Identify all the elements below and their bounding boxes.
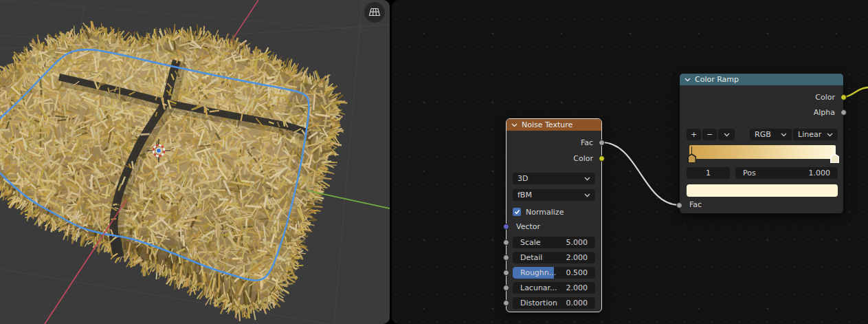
socket-vector-input[interactable] xyxy=(503,224,509,230)
lacunarity-label: Lacunar... xyxy=(520,283,557,292)
output-fac-label: Fac xyxy=(507,138,601,149)
color-ramp-gradient[interactable] xyxy=(689,145,836,159)
socket-alpha-output[interactable] xyxy=(841,109,847,116)
remove-stop-button[interactable]: − xyxy=(702,129,717,140)
output-color-label: Color xyxy=(507,153,601,164)
viewport-gizmo-button[interactable] xyxy=(364,2,385,23)
chevron-down-icon xyxy=(724,133,730,137)
pos-value: 1.000 xyxy=(809,169,831,177)
scale-field[interactable]: Scale 5.000 xyxy=(513,237,595,248)
checkmark-icon xyxy=(514,209,520,215)
add-stop-button[interactable]: + xyxy=(687,129,701,140)
input-fac-label: Fac xyxy=(680,199,843,210)
socket-color-output[interactable] xyxy=(841,94,847,100)
scale-label: Scale xyxy=(520,238,541,247)
shader-node-editor[interactable]: Noise Texture Fac Color 3D fBM Normalize… xyxy=(392,0,868,324)
socket-lacunarity-input[interactable] xyxy=(503,285,509,291)
node-header-ramp[interactable]: Color Ramp xyxy=(680,74,843,85)
socket-roughness-input[interactable] xyxy=(503,270,509,276)
collapse-chevron-icon[interactable] xyxy=(511,123,518,127)
color-mode-dropdown[interactable]: RGB xyxy=(750,129,792,140)
detail-value: 2.000 xyxy=(566,253,588,262)
scale-value: 5.000 xyxy=(566,238,588,247)
stop-position-field[interactable]: Pos 1.000 xyxy=(735,167,838,179)
socket-distortion-input[interactable] xyxy=(503,300,509,306)
roughness-slider[interactable]: Roughn... 0.500 xyxy=(513,267,595,279)
input-vector-label: Vector xyxy=(507,222,601,233)
detail-field[interactable]: Detail 2.000 xyxy=(513,252,595,263)
pos-label: Pos xyxy=(743,169,756,177)
active-stop-index-field[interactable]: 1 xyxy=(687,167,730,179)
dimensions-dropdown[interactable]: 3D xyxy=(513,173,595,184)
lacunarity-field[interactable]: Lacunar... 2.000 xyxy=(513,282,595,294)
gradient-stop-0[interactable] xyxy=(687,147,696,164)
output-alpha-label: Alpha xyxy=(680,107,843,118)
lacunarity-value: 2.000 xyxy=(566,283,588,292)
node-title: Color Ramp xyxy=(695,75,739,84)
stop-color-swatch[interactable] xyxy=(687,184,838,197)
dimensions-value: 3D xyxy=(518,174,528,183)
output-color-label: Color xyxy=(680,92,843,103)
distortion-value: 0.000 xyxy=(566,299,588,307)
chevron-down-icon xyxy=(584,193,590,197)
blender-window: Noise Texture Fac Color 3D fBM Normalize… xyxy=(0,0,868,324)
socket-color-output[interactable] xyxy=(599,155,605,162)
wire-ramp-color-out xyxy=(844,87,868,97)
node-noise-texture[interactable]: Noise Texture Fac Color 3D fBM Normalize… xyxy=(506,118,602,312)
interpolation-value: Linear xyxy=(798,130,821,139)
noise-type-value: fBM xyxy=(518,191,532,199)
distortion-label: Distortion xyxy=(520,299,557,307)
node-title: Noise Texture xyxy=(522,120,572,129)
viewport-canvas xyxy=(0,0,390,324)
checkbox-checked[interactable] xyxy=(513,208,521,216)
chevron-down-icon xyxy=(584,177,590,181)
ramp-options-button[interactable] xyxy=(718,129,735,140)
collapse-chevron-icon[interactable] xyxy=(685,78,691,82)
socket-fac-input[interactable] xyxy=(676,202,682,208)
normalize-checkbox-row[interactable]: Normalize xyxy=(513,207,595,217)
interpolation-dropdown[interactable]: Linear xyxy=(793,129,838,140)
grid-plane-icon xyxy=(367,5,382,20)
roughness-value: 0.500 xyxy=(566,268,588,277)
distortion-field[interactable]: Distortion 0.000 xyxy=(513,297,595,309)
roughness-label: Roughn... xyxy=(520,268,556,277)
node-color-ramp[interactable]: Color Ramp Color Alpha + − RGB Linear xyxy=(679,73,844,214)
socket-fac-output[interactable] xyxy=(599,140,605,146)
detail-label: Detail xyxy=(520,253,542,262)
wire-noise-fac-to-ramp-fac xyxy=(602,142,679,205)
chevron-down-icon xyxy=(827,133,833,137)
gradient-stop-1-selected[interactable] xyxy=(830,147,839,164)
node-header-noise[interactable]: Noise Texture xyxy=(507,119,601,131)
3d-viewport[interactable] xyxy=(0,0,390,324)
socket-detail-input[interactable] xyxy=(503,255,509,261)
normalize-label: Normalize xyxy=(526,208,564,217)
chevron-down-icon xyxy=(781,133,787,137)
noise-type-dropdown[interactable]: fBM xyxy=(513,189,595,201)
socket-scale-input[interactable] xyxy=(503,239,509,246)
color-mode-value: RGB xyxy=(755,130,771,139)
